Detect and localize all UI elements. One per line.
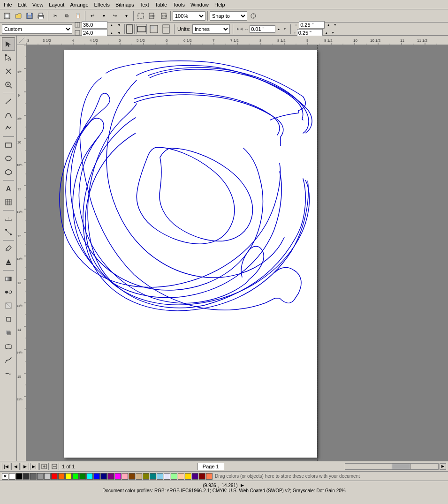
text-tool[interactable]: A (2, 182, 15, 195)
color-black[interactable] (16, 473, 23, 480)
open-button[interactable] (13, 11, 23, 21)
menu-arrange[interactable]: Arrange (67, 1, 91, 8)
menu-view[interactable]: View (30, 1, 46, 8)
color-olive[interactable] (143, 473, 149, 480)
color-sky[interactable] (157, 473, 163, 480)
connector-tool[interactable] (2, 226, 15, 239)
polygon-tool[interactable] (2, 165, 15, 179)
color-mint[interactable] (171, 473, 177, 480)
color-tan[interactable] (136, 473, 142, 480)
units-select[interactable]: inches mm cm pixels (192, 24, 230, 34)
color-maroon[interactable] (199, 473, 205, 480)
blend-tool[interactable] (2, 286, 15, 299)
main-drawing[interactable] (26, 45, 439, 453)
nav-add-page[interactable] (39, 463, 49, 470)
copy-button[interactable]: ⧉ (61, 11, 72, 21)
page-tab-1[interactable]: Page 1 (197, 463, 224, 470)
color-orange[interactable] (58, 473, 65, 480)
page-size-select[interactable]: Custom (2, 24, 72, 34)
h-scrollbar[interactable] (345, 463, 439, 470)
menu-tools[interactable]: Tools (170, 1, 188, 8)
color-navy[interactable] (100, 473, 107, 480)
offset-y-up[interactable]: ▲ (324, 31, 329, 35)
color-brown[interactable] (129, 473, 135, 480)
color-coral[interactable] (206, 473, 213, 480)
new-button[interactable] (2, 11, 12, 21)
color-cyan[interactable] (86, 473, 93, 480)
snap-settings-button[interactable] (248, 11, 258, 21)
smart-draw-tool[interactable] (2, 122, 15, 135)
color-indigo[interactable] (192, 473, 198, 480)
menu-text[interactable]: Text (137, 1, 152, 8)
color-gold[interactable] (185, 473, 191, 480)
offset-x-input[interactable] (299, 21, 325, 29)
rectangle-tool[interactable] (2, 138, 15, 151)
menu-window[interactable]: Window (188, 1, 212, 8)
extrude-tool[interactable] (2, 313, 15, 326)
shadow-tool[interactable] (2, 326, 15, 339)
snap-select[interactable]: Snap to (210, 11, 247, 21)
undo-dropdown[interactable]: ▾ (99, 11, 109, 21)
nav-next-page[interactable]: ▶ (21, 463, 29, 470)
menu-bitmaps[interactable]: Bitmaps (113, 1, 137, 8)
color-lightgray[interactable] (37, 473, 44, 480)
height-down[interactable]: ▼ (116, 31, 122, 35)
width-up[interactable]: ▲ (108, 23, 115, 27)
fill-tool[interactable] (2, 256, 15, 269)
interactive-fill-tool[interactable] (2, 272, 15, 285)
no-fill-swatch[interactable]: ✕ (2, 473, 8, 480)
offset-y-down[interactable]: ▼ (330, 31, 336, 35)
offset-x-down[interactable]: ▼ (332, 23, 338, 27)
paste-button[interactable]: 📋 (73, 11, 83, 21)
color-pink[interactable] (121, 473, 128, 480)
width-down[interactable]: ▼ (116, 23, 122, 27)
bezier-tool[interactable] (2, 108, 15, 121)
page-settings-button[interactable] (149, 24, 159, 34)
select-all-button[interactable] (136, 11, 146, 21)
transparency-tool[interactable] (2, 299, 15, 312)
coord-expand-button[interactable]: ▶ (239, 482, 245, 488)
export-button[interactable]: EXP (158, 11, 168, 21)
node-tool[interactable] (2, 51, 15, 64)
color-peach[interactable] (178, 473, 184, 480)
nav-last-page[interactable]: ▶| (30, 463, 38, 470)
smear-tool[interactable] (2, 367, 15, 380)
color-lavender[interactable] (164, 473, 170, 480)
eyedropper-tool[interactable] (2, 242, 15, 255)
landscape-button[interactable] (137, 24, 147, 34)
page-size-button[interactable] (161, 24, 171, 34)
color-teal[interactable] (150, 473, 156, 480)
color-lime[interactable] (72, 473, 79, 480)
zoom-select[interactable]: 100% 50% 75% 150% 200% (173, 11, 205, 21)
color-red[interactable] (51, 473, 58, 480)
import-button[interactable]: IMP (147, 11, 157, 21)
height-up[interactable]: ▲ (108, 31, 115, 35)
redo-dropdown[interactable]: ▾ (121, 11, 131, 21)
menu-layout[interactable]: Layout (46, 1, 67, 8)
envelope-tool[interactable] (2, 340, 15, 353)
menu-effects[interactable]: Effects (91, 1, 113, 8)
color-darkgray[interactable] (23, 473, 30, 480)
color-yellow[interactable] (65, 473, 72, 480)
menu-edit[interactable]: Edit (15, 1, 30, 8)
nudge-x-input[interactable] (250, 25, 275, 33)
menu-help[interactable]: Help (212, 1, 228, 8)
color-purple[interactable] (107, 473, 114, 480)
nudge-x-up[interactable]: ▲ (276, 27, 281, 30)
selector-tool[interactable] (2, 38, 15, 51)
nav-first-page[interactable]: |◀ (2, 463, 10, 470)
print-button[interactable] (36, 11, 46, 21)
cut-button[interactable]: ✂ (50, 11, 61, 21)
nav-prev-page[interactable]: ◀ (11, 463, 20, 470)
distort-tool[interactable] (2, 354, 15, 367)
color-magenta[interactable] (114, 473, 121, 480)
h-scroll-right[interactable]: ▶ (440, 463, 446, 470)
undo-button[interactable]: ↩ (87, 11, 98, 21)
ellipse-tool[interactable] (2, 152, 15, 165)
dimension-tool[interactable] (2, 212, 15, 225)
offset-x-up[interactable]: ▲ (326, 23, 331, 27)
portrait-button[interactable] (124, 24, 135, 34)
color-silver[interactable] (44, 473, 51, 480)
menu-file[interactable]: File (1, 1, 15, 8)
save-button[interactable] (24, 11, 35, 21)
